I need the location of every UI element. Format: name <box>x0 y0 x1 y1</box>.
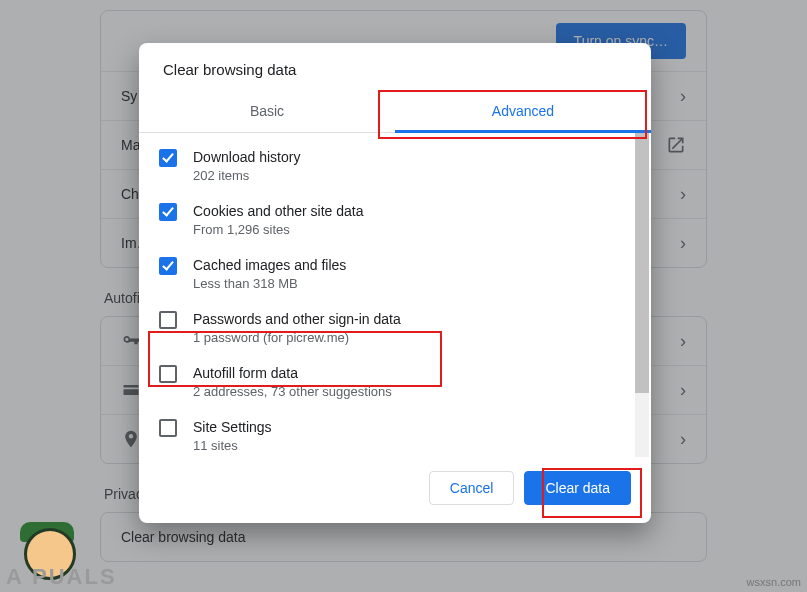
list-item[interactable]: Download history202 items <box>139 139 651 193</box>
list-item[interactable]: Cached images and filesLess than 318 MB <box>139 247 651 301</box>
item-subtitle: 202 items <box>193 168 300 184</box>
dialog-title: Clear browsing data <box>139 43 651 90</box>
data-type-list: Download history202 items Cookies and ot… <box>139 133 651 457</box>
list-item[interactable]: Passwords and other sign-in data1 passwo… <box>139 301 651 355</box>
clear-data-button[interactable]: Clear data <box>524 471 631 505</box>
cancel-button[interactable]: Cancel <box>429 471 515 505</box>
scrollbar-thumb[interactable] <box>635 133 649 393</box>
item-subtitle: 11 sites <box>193 438 272 454</box>
tab-basic[interactable]: Basic <box>139 90 395 132</box>
item-title: Autofill form data <box>193 364 392 382</box>
appuals-watermark: A PUALS <box>6 522 116 592</box>
checkbox-passwords[interactable] <box>159 311 177 329</box>
item-title: Cookies and other site data <box>193 202 363 220</box>
item-subtitle: 1 password (for picrew.me) <box>193 330 401 346</box>
item-subtitle: Less than 318 MB <box>193 276 346 292</box>
source-watermark: wsxsn.com <box>747 576 801 588</box>
clear-browsing-data-dialog: Clear browsing data Basic Advanced Downl… <box>139 43 651 523</box>
checkbox-site-settings[interactable] <box>159 419 177 437</box>
list-item[interactable]: Autofill form data2 addresses, 73 other … <box>139 355 651 409</box>
tab-advanced[interactable]: Advanced <box>395 90 651 132</box>
item-title: Download history <box>193 148 300 166</box>
item-title: Site Settings <box>193 418 272 436</box>
item-title: Passwords and other sign-in data <box>193 310 401 328</box>
checkbox-download-history[interactable] <box>159 149 177 167</box>
dialog-actions: Cancel Clear data <box>139 457 651 523</box>
dialog-tabs: Basic Advanced <box>139 90 651 133</box>
list-item[interactable]: Cookies and other site dataFrom 1,296 si… <box>139 193 651 247</box>
checkbox-cache[interactable] <box>159 257 177 275</box>
checkbox-cookies[interactable] <box>159 203 177 221</box>
checkbox-autofill[interactable] <box>159 365 177 383</box>
item-subtitle: 2 addresses, 73 other suggestions <box>193 384 392 400</box>
scrollbar[interactable] <box>635 133 649 457</box>
list-item[interactable]: Site Settings11 sites <box>139 409 651 457</box>
item-subtitle: From 1,296 sites <box>193 222 363 238</box>
item-title: Cached images and files <box>193 256 346 274</box>
